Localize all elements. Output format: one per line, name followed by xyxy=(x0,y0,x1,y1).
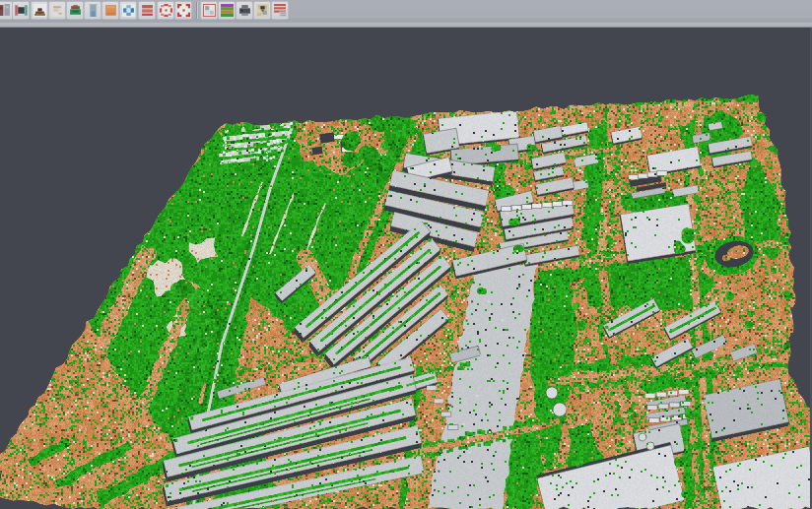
crop-button[interactable] xyxy=(200,1,218,20)
globe-icon xyxy=(122,4,135,17)
crop-icon xyxy=(203,4,216,17)
circle-select-button[interactable] xyxy=(157,1,174,20)
classification-icon xyxy=(256,4,269,17)
toolbox-icon xyxy=(69,4,82,17)
bounding-box-button[interactable] xyxy=(174,1,192,20)
3d-viewport[interactable] xyxy=(0,0,812,509)
column-profile-icon xyxy=(87,4,100,17)
application-window xyxy=(0,0,812,509)
layers-icon xyxy=(0,4,11,17)
delete-rows-button[interactable] xyxy=(271,1,289,20)
red-list-icon xyxy=(141,4,154,17)
registration-icon xyxy=(15,4,28,17)
bounding-box-icon xyxy=(177,4,190,17)
point-cloud-canvas[interactable] xyxy=(0,0,812,509)
terrain-icon xyxy=(34,4,46,17)
circle-select-icon xyxy=(160,4,172,17)
globe-button[interactable] xyxy=(119,1,137,20)
delete-rows-icon xyxy=(274,4,287,17)
registration-button[interactable] xyxy=(12,1,30,20)
render-button[interactable] xyxy=(236,1,253,20)
raster-grid-icon xyxy=(51,4,64,17)
classification-button[interactable] xyxy=(253,1,271,20)
toolbar-separator xyxy=(196,2,198,19)
colormap-icon xyxy=(221,4,234,17)
orange-cube-icon xyxy=(104,4,117,17)
toolbox-button[interactable] xyxy=(66,1,84,20)
red-list-button[interactable] xyxy=(138,1,156,20)
column-profile-button[interactable] xyxy=(84,1,102,20)
render-icon xyxy=(238,4,251,17)
orange-cube-button[interactable] xyxy=(102,1,119,20)
colormap-button[interactable] xyxy=(218,1,236,20)
raster-grid-button[interactable] xyxy=(48,1,66,20)
main-toolbar xyxy=(0,0,812,28)
terrain-button[interactable] xyxy=(31,1,48,20)
